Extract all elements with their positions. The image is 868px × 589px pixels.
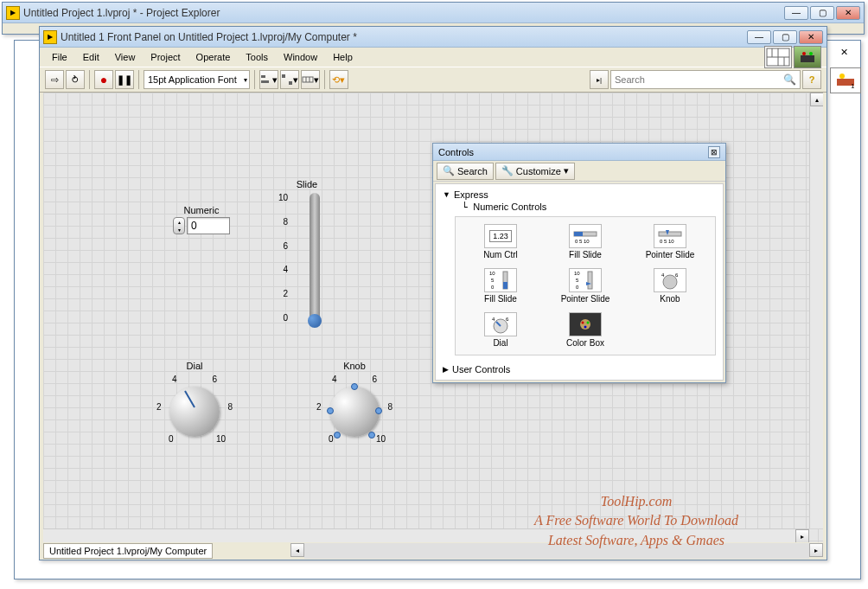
svg-rect-12 — [303, 77, 313, 82]
palette-item-pointer-slide-v[interactable]: 1050 Pointer Slide — [546, 266, 625, 305]
svg-text:10: 10 — [489, 271, 495, 276]
close-button[interactable]: ✕ — [836, 6, 860, 20]
distribute-button[interactable]: ▾ — [280, 70, 299, 89]
close-button[interactable]: ✕ — [799, 30, 823, 44]
search-input[interactable] — [615, 74, 783, 85]
svg-point-6 — [802, 52, 806, 55]
menu-window[interactable]: Window — [277, 50, 324, 64]
fill-slide-h-icon: 0 5 10 — [569, 224, 602, 248]
menu-tools[interactable]: Tools — [239, 50, 275, 64]
selection-handle[interactable] — [375, 407, 382, 414]
abort-button[interactable]: ● — [94, 70, 113, 89]
svg-text:0: 0 — [576, 285, 579, 290]
palette-item-num-ctrl[interactable]: 1.23 Num Ctrl — [461, 222, 540, 261]
search-icon: 🔍 — [783, 74, 796, 86]
scroll-right-button[interactable]: ▸ — [809, 543, 823, 557]
bg-win-controls: ✕ — [840, 47, 861, 62]
svg-text:0: 0 — [491, 285, 495, 290]
palette-item-color-box[interactable]: Color Box — [546, 311, 625, 349]
svg-text:5: 5 — [491, 278, 495, 283]
svg-point-43 — [839, 74, 845, 79]
dial-body[interactable] — [169, 387, 220, 437]
palette-toolbar: 🔍 Search 🔧 Customize▾ — [433, 161, 725, 182]
scroll-right-button[interactable]: ▸ — [795, 529, 809, 542]
palette-titlebar[interactable]: Controls ⊠ — [433, 144, 725, 161]
palette-search-button[interactable]: 🔍 Search — [437, 163, 494, 180]
palette-customize-button[interactable]: 🔧 Customize▾ — [495, 163, 575, 180]
svg-text:4: 4 — [661, 272, 665, 278]
svg-rect-11 — [289, 81, 292, 85]
svg-point-39 — [582, 322, 584, 324]
selection-handle[interactable] — [368, 432, 375, 439]
slide-control[interactable]: Slide 10 8 6 4 2 0 — [294, 179, 320, 323]
palette-item-fill-slide-v[interactable]: 1050 Fill Slide — [461, 266, 540, 305]
knob-control[interactable]: Knob 0 2 4 6 8 10 — [320, 361, 389, 442]
align-button[interactable]: ▾ — [259, 70, 278, 89]
svg-point-7 — [809, 52, 813, 55]
selection-handle[interactable] — [334, 432, 341, 439]
help-button[interactable]: ? — [802, 70, 821, 89]
menu-help[interactable]: Help — [326, 50, 360, 64]
scroll-up-button[interactable]: ▴ — [810, 93, 823, 106]
knob-icon: 46 — [654, 268, 686, 292]
numeric-value[interactable]: 0 — [187, 217, 230, 234]
project-path-tab[interactable]: Untitled Project 1.lvproj/My Computer — [43, 543, 213, 559]
font-selector[interactable]: 15pt Application Font — [144, 70, 250, 89]
palette-item-dial[interactable]: 46 Dial — [461, 311, 540, 349]
reorder-button[interactable]: ⟲▾ — [329, 70, 348, 89]
menu-file[interactable]: File — [45, 50, 74, 64]
bg-vi-icon[interactable]: 1 — [830, 67, 861, 93]
fill-slide-v-icon: 1050 — [484, 268, 517, 292]
search-nav-button[interactable]: ▸| — [590, 70, 609, 89]
category-user-controls[interactable]: ▶ User Controls — [443, 362, 716, 376]
svg-point-40 — [587, 322, 590, 324]
vertical-scrollbar[interactable]: ▴ — [809, 93, 823, 528]
run-continuous-button[interactable]: ⥁ — [66, 70, 85, 89]
search-box[interactable]: 🔍 — [610, 70, 801, 89]
svg-rect-9 — [261, 80, 269, 83]
numeric-control[interactable]: Numeric ▴▾ 0 — [173, 205, 230, 234]
dial-control[interactable]: Dial 0 2 4 6 8 10 — [160, 361, 229, 442]
svg-text:6: 6 — [675, 272, 679, 278]
expand-icon: ▶ — [443, 365, 449, 374]
run-button[interactable]: ⇨ — [45, 70, 64, 89]
palette-item-fill-slide-h[interactable]: 0 5 10 Fill Slide — [546, 222, 625, 261]
menu-view[interactable]: View — [108, 50, 143, 64]
palette-item-pointer-slide-h[interactable]: 0 5 10 Pointer Slide — [630, 222, 710, 261]
maximize-button[interactable]: ▢ — [773, 30, 797, 44]
controls-palette[interactable]: Controls ⊠ 🔍 Search 🔧 Customize▾ ▼ Expre… — [432, 143, 726, 383]
bg-close-button[interactable]: ✕ — [840, 47, 861, 61]
palette-pin-button[interactable]: ⊠ — [708, 146, 720, 158]
svg-point-41 — [584, 326, 587, 329]
numeric-spinner[interactable]: ▴▾ — [173, 217, 185, 234]
slide-track[interactable] — [310, 193, 320, 323]
pause-button[interactable]: ❚❚ — [115, 70, 134, 89]
maximize-button[interactable]: ▢ — [810, 6, 834, 20]
knob-body[interactable] — [329, 387, 380, 437]
minimize-button[interactable]: — — [747, 30, 771, 44]
scroll-left-button[interactable]: ◂ — [290, 543, 304, 557]
palette-item-knob[interactable]: 46 Knob — [630, 266, 710, 305]
subcategory-numeric-controls: └ Numeric Controls — [458, 202, 716, 213]
vi-icon[interactable] — [794, 46, 821, 68]
menu-project[interactable]: Project — [144, 50, 187, 64]
dial-icon: 46 — [484, 312, 517, 336]
category-express[interactable]: ▼ Express — [443, 188, 716, 202]
menu-edit[interactable]: Edit — [76, 50, 106, 64]
num-ctrl-icon: 1.23 — [484, 224, 517, 248]
svg-text:10: 10 — [574, 271, 580, 276]
svg-text:0 5 10: 0 5 10 — [575, 239, 590, 244]
titlebar-front[interactable]: ▶ Untitled 1 Front Panel on Untitled Pro… — [40, 27, 827, 48]
connector-pane-icon[interactable] — [764, 46, 792, 68]
slide-thumb[interactable] — [308, 314, 322, 328]
menubar: File Edit View Project Operate Tools Win… — [40, 48, 827, 67]
selection-handle[interactable] — [351, 383, 358, 390]
svg-rect-10 — [282, 74, 285, 78]
resize-button[interactable]: ▾ — [301, 70, 320, 89]
menu-operate[interactable]: Operate — [189, 50, 238, 64]
titlebar-back[interactable]: ▶ Untitled Project 1.lvproj * - Project … — [3, 3, 864, 23]
minimize-button[interactable]: — — [784, 6, 808, 20]
labview-icon: ▶ — [43, 30, 57, 44]
toolbar: ⇨ ⥁ ● ❚❚ 15pt Application Font ▾ ▾ ▾ ⟲▾ … — [40, 67, 827, 93]
selection-handle[interactable] — [327, 407, 334, 414]
